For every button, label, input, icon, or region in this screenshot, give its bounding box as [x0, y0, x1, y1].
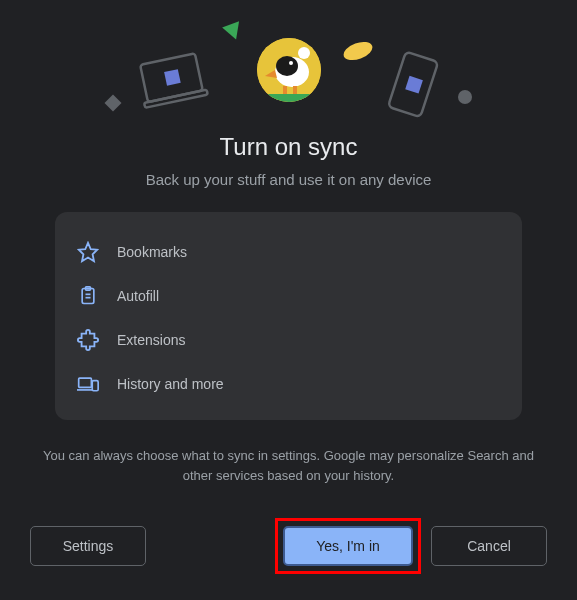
sync-item-label: Bookmarks [117, 244, 187, 260]
svg-rect-22 [79, 378, 92, 387]
primary-highlight: Yes, I'm in [275, 518, 421, 574]
svg-point-12 [276, 56, 298, 76]
svg-marker-17 [79, 243, 97, 261]
dialog-actions: Settings Yes, I'm in Cancel [0, 518, 577, 574]
sync-item-bookmarks: Bookmarks [77, 230, 500, 274]
svg-point-10 [298, 47, 310, 59]
laptop-icon [130, 50, 220, 110]
sync-item-autofill: Autofill [77, 274, 500, 318]
puzzle-icon [77, 329, 99, 351]
diamond-decoration [102, 92, 124, 114]
settings-button[interactable]: Settings [30, 526, 146, 566]
pill-decoration [340, 40, 376, 62]
svg-rect-2 [164, 69, 181, 86]
dialog-subtitle: Back up your stuff and use it on any dev… [0, 171, 577, 188]
svg-rect-14 [283, 86, 287, 94]
svg-rect-15 [293, 86, 297, 94]
svg-point-6 [341, 40, 375, 62]
svg-point-13 [289, 61, 293, 65]
sync-item-label: History and more [117, 376, 224, 392]
svg-rect-4 [405, 76, 423, 94]
dialog-title: Turn on sync [0, 133, 577, 161]
circle-decoration [456, 88, 474, 106]
svg-marker-5 [222, 21, 244, 42]
devices-icon [77, 373, 99, 395]
svg-rect-7 [105, 95, 122, 112]
sync-item-extensions: Extensions [77, 318, 500, 362]
sync-item-label: Extensions [117, 332, 185, 348]
clipboard-icon [77, 285, 99, 307]
star-icon [77, 241, 99, 263]
svg-point-8 [458, 90, 472, 104]
svg-rect-16 [263, 94, 315, 102]
profile-avatar [257, 38, 321, 102]
sync-item-history: History and more [77, 362, 500, 406]
phone-icon [380, 50, 450, 130]
confirm-button[interactable]: Yes, I'm in [283, 526, 413, 566]
footnote-text: You can always choose what to sync in se… [40, 446, 537, 485]
sync-features-card: Bookmarks Autofill Extensions [55, 212, 522, 420]
cancel-button[interactable]: Cancel [431, 526, 547, 566]
triangle-decoration [222, 20, 244, 42]
sync-item-label: Autofill [117, 288, 159, 304]
svg-rect-1 [144, 90, 208, 108]
hero-illustration [0, 0, 577, 115]
svg-rect-24 [92, 381, 98, 391]
